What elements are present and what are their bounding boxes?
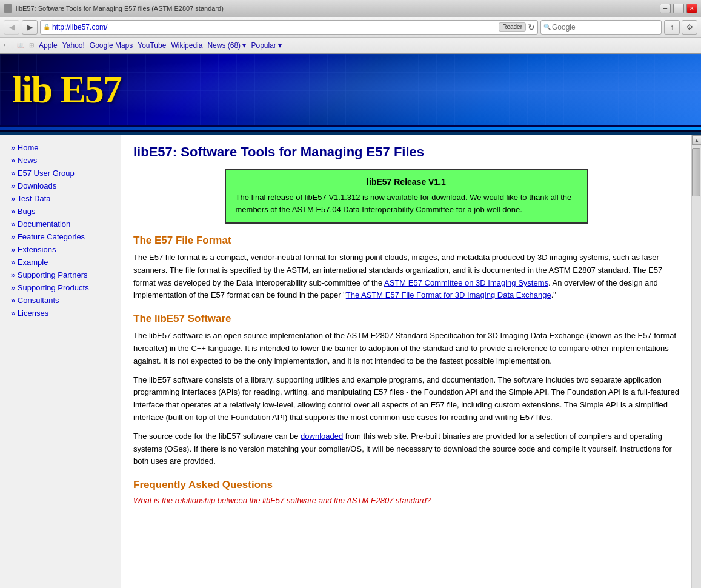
minimize-button[interactable]: ─ [660,4,671,13]
libeS7-software-para3: The source code for the libE57 software … [133,430,679,468]
share-button[interactable]: ↑ [664,20,680,35]
grid-icon: ⊞ [29,42,34,48]
sidebar-item-test-data[interactable]: Test Data [0,192,121,205]
astm-committee-link[interactable]: ASTM E57 Committee on 3D Imaging Systems [384,278,548,287]
scroll-track[interactable] [692,145,701,588]
toolbar-right-buttons: ↑ ⚙ [664,20,697,35]
search-bar-wrap: 🔍 [540,20,662,35]
e57-format-text1c: ." [551,290,556,299]
bookmark-news[interactable]: News (68) ▾ [207,41,246,50]
release-text: The final release of libE57 V1.1.312 is … [236,192,577,215]
bookmark-google-maps[interactable]: Google Maps [90,41,133,50]
sidebar-item-consultants[interactable]: Consultants [0,294,121,307]
download-text-before: The source code for the libE57 software … [133,432,301,441]
bookmark-apple[interactable]: Apple [39,41,58,50]
title-bar-left: libE57: Software Tools for Managing E57 … [4,4,224,13]
window-chrome: libE57: Software Tools for Managing E57 … [0,0,701,54]
sidebar-item-example[interactable]: Example [0,256,121,269]
title-buttons: ─ □ ✕ [660,4,697,13]
address-input[interactable] [52,23,497,32]
scrollbar: ▲ ▼ [691,135,701,588]
close-button[interactable]: ✕ [686,4,697,13]
libeS7-software-para1: The libE57 software is an open source im… [133,330,679,367]
e57-format-para1: The E57 file format is a compact, vendor… [133,252,679,302]
downloaded-link[interactable]: downloaded [301,432,343,441]
window-title: libE57: Software Tools for Managing E57 … [16,5,224,12]
faq-question-1: What is the relationship between the lib… [133,496,679,505]
sidebar-item-home[interactable]: Home [0,141,121,154]
release-title: libE57 Release V1.1 [236,177,577,187]
forward-button[interactable]: ▶ [22,20,38,35]
blue-bar [0,127,701,132]
bookmark-popular[interactable]: Popular ▾ [251,41,282,50]
bookmarks-icon: ⟵ [4,42,12,48]
title-bar: libE57: Software Tools for Managing E57 … [0,0,701,17]
browser-icon [4,4,12,13]
bookmark-youtube[interactable]: YouTube [138,41,166,50]
back-button[interactable]: ◀ [4,20,19,35]
content-area: libE57: Software Tools for Managing E57 … [121,135,691,588]
toolbar: ◀ ▶ 🔒 Reader ↻ 🔍 ↑ ⚙ [0,17,701,38]
main-area: Home News E57 User Group Downloads Test … [0,135,701,588]
bookmarks-bar: ⟵ 📖 ⊞ Apple Yahoo! Google Maps YouTube W… [0,38,701,53]
settings-button[interactable]: ⚙ [682,20,697,35]
libeS7-software-para2: The libE57 software consists of a librar… [133,374,679,424]
sidebar-item-supporting-products[interactable]: Supporting Products [0,281,121,294]
libeS7-software-title: The libE57 Software [133,313,679,325]
bookmark-wikipedia[interactable]: Wikipedia [171,41,202,50]
site-banner: lib E57 [0,54,701,127]
scroll-up-button[interactable]: ▲ [692,135,701,145]
reader-button[interactable]: Reader [499,22,526,32]
sidebar-item-extensions[interactable]: Extensions [0,243,121,256]
page-title: libE57: Software Tools for Managing E57 … [133,144,679,160]
sidebar-item-news[interactable]: News [0,154,121,167]
sidebar: Home News E57 User Group Downloads Test … [0,135,121,588]
sidebar-item-documentation[interactable]: Documentation [0,218,121,230]
search-icon: 🔍 [543,24,551,30]
reading-list-icon: 📖 [17,42,24,48]
sidebar-item-downloads[interactable]: Downloads [0,179,121,192]
scroll-thumb[interactable] [692,148,700,196]
banner-title: lib E57 [12,67,121,112]
release-box: libE57 Release V1.1 The final release of… [225,169,588,224]
address-icon: 🔒 [43,24,50,30]
e57-format-title: The E57 File Format [133,235,679,247]
bookmark-yahoo[interactable]: Yahoo! [62,41,85,50]
maximize-button[interactable]: □ [673,4,684,13]
sidebar-item-supporting-partners[interactable]: Supporting Partners [0,269,121,281]
sidebar-item-e57-user-group[interactable]: E57 User Group [0,167,121,179]
sidebar-item-feature-categories[interactable]: Feature Categories [0,230,121,243]
search-input[interactable] [552,23,643,32]
sidebar-item-bugs[interactable]: Bugs [0,205,121,218]
sidebar-item-licenses[interactable]: Licenses [0,307,121,319]
reload-button[interactable]: ↻ [528,22,535,32]
astm-file-format-link[interactable]: The ASTM E57 File Format for 3D Imaging … [346,290,551,299]
faq-title: Frequently Asked Questions [133,479,679,491]
address-bar-wrap: 🔒 Reader ↻ [40,20,538,35]
